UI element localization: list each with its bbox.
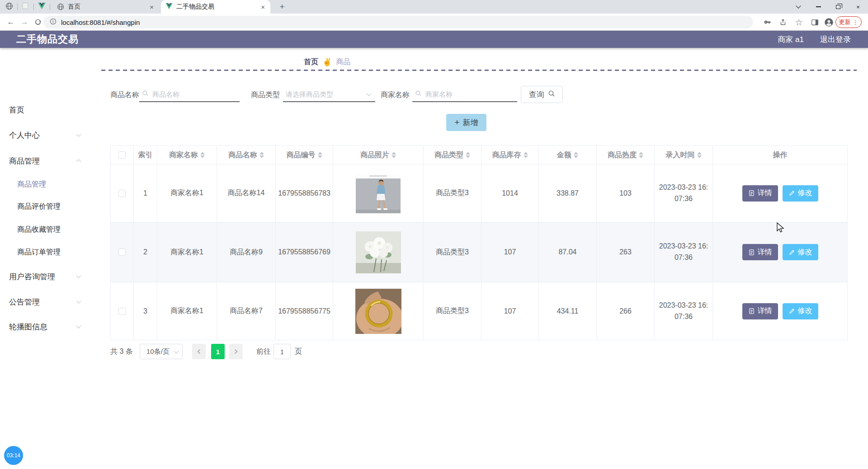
chevron-down-icon — [76, 273, 81, 278]
close-window-button[interactable]: × — [848, 0, 868, 14]
sidebar-subitem-product-order-management[interactable]: 商品订单管理 — [0, 246, 99, 258]
sort-carets-icon[interactable] — [574, 152, 578, 158]
dashed-divider — [101, 70, 857, 71]
header-merchant[interactable]: 商家名称 — [157, 146, 217, 164]
next-page-button[interactable] — [229, 344, 243, 359]
sidebar-subitem-product-review-management[interactable]: 商品评价管理 — [0, 200, 99, 213]
detail-button[interactable]: 详情 — [742, 244, 778, 260]
omnibox[interactable]: localhost:8081/#/shangpin — [43, 16, 753, 28]
sort-carets-icon[interactable] — [466, 152, 470, 158]
logout-link[interactable]: 退出登录 — [820, 34, 851, 45]
tab-search-button[interactable] — [788, 0, 808, 14]
product-type-select[interactable] — [286, 90, 373, 98]
header-heat[interactable]: 商品热度 — [597, 146, 655, 164]
cell-product-code: 1679558856783 — [276, 164, 333, 222]
filter-merchant-field[interactable] — [412, 87, 517, 102]
header-entry-time[interactable]: 录入时间 — [655, 146, 713, 164]
browser-tab-strip: 首页 × 二手物品交易 × + × — [0, 0, 868, 14]
edit-button[interactable]: 修改 — [783, 303, 818, 319]
close-icon[interactable]: × — [260, 4, 266, 10]
cell-heat: 263 — [597, 222, 655, 282]
sort-carets-icon[interactable] — [697, 152, 702, 158]
restore-icon — [836, 5, 840, 9]
minimize-button[interactable] — [808, 0, 828, 14]
edit-button[interactable]: 修改 — [783, 244, 818, 260]
merchant-name-input[interactable] — [425, 90, 514, 98]
cell-index: 2 — [134, 222, 157, 282]
sort-carets-icon[interactable] — [392, 152, 396, 158]
profile-avatar-icon[interactable] — [824, 17, 834, 27]
header-amount[interactable]: 金额 — [539, 146, 597, 164]
new-tab-button[interactable]: + — [277, 1, 288, 12]
close-icon[interactable]: × — [149, 4, 155, 10]
cell-product-type: 商品类型3 — [424, 164, 481, 222]
header-product-photo[interactable]: 商品照片 — [333, 146, 424, 164]
header-select-all[interactable] — [111, 146, 134, 164]
page-size-select[interactable]: 10条/页 — [140, 344, 183, 359]
edit-button[interactable]: 修改 — [783, 185, 818, 202]
side-panel-icon[interactable] — [810, 17, 820, 27]
add-button[interactable]: + 新增 — [446, 114, 486, 131]
share-icon[interactable] — [778, 17, 788, 27]
sort-carets-icon[interactable] — [524, 152, 528, 158]
product-name-input[interactable] — [152, 90, 237, 98]
sort-carets-icon[interactable] — [259, 152, 264, 158]
chevron-right-icon — [234, 349, 238, 354]
search-button[interactable]: 查询 — [521, 86, 563, 103]
cell-entry-time: 2023-03-23 16:07:36 — [659, 241, 708, 263]
sort-carets-icon[interactable] — [200, 152, 205, 158]
product-table: 索引 商家名称 商品名称 商品编号 商品照片 商品类型 商品库存 金额 商品热度… — [110, 145, 848, 340]
sidebar-subitem-product-management[interactable]: 商品管理 — [0, 178, 99, 191]
detail-button[interactable]: 详情 — [742, 303, 778, 319]
header-product-type[interactable]: 商品类型 — [424, 146, 481, 164]
sidebar-item-user-inquiry-management[interactable]: 用户咨询管理 — [0, 270, 99, 283]
cell-product-type: 商品类型3 — [424, 282, 481, 340]
password-key-icon[interactable] — [762, 17, 772, 27]
row-checkbox[interactable] — [118, 249, 126, 256]
header-product-code[interactable]: 商品编号 — [276, 146, 333, 164]
row-checkbox[interactable] — [118, 190, 126, 197]
tab-shangpin-active[interactable]: 二手物品交易 × — [161, 0, 270, 14]
recorder-timer-badge[interactable]: 03:14 — [4, 446, 23, 465]
filter-type-select[interactable] — [283, 87, 375, 102]
pinned-tab-page[interactable] — [20, 2, 31, 12]
pinned-tab-vue[interactable] — [36, 2, 47, 12]
plus-icon: + — [454, 117, 459, 127]
tab-separator — [33, 4, 34, 10]
detail-button[interactable]: 详情 — [742, 185, 778, 202]
header-stock[interactable]: 商品库存 — [481, 146, 539, 164]
sort-carets-icon[interactable] — [318, 152, 322, 158]
sidebar-item-carousel-info[interactable]: 轮播图信息 — [0, 320, 99, 333]
bookmark-star-icon[interactable]: ☆ — [794, 17, 804, 27]
page-unit-label: 页 — [295, 347, 302, 356]
filter-name-field[interactable] — [139, 87, 240, 102]
url-text: localhost:8081/#/shangpin — [61, 19, 140, 26]
sort-carets-icon[interactable] — [639, 152, 643, 158]
breadcrumb-home[interactable]: 首页 — [304, 57, 318, 67]
screen: 首页 × 二手物品交易 × + × ← → localhost:8081/#/s… — [0, 0, 868, 469]
restore-button[interactable] — [828, 0, 848, 14]
back-button[interactable]: ← — [5, 17, 16, 28]
filter-type-label: 商品类型 — [251, 90, 280, 100]
sidebar-item-personal-center[interactable]: 个人中心 — [0, 129, 99, 141]
checkbox[interactable] — [118, 151, 126, 159]
goto-page-input[interactable] — [274, 344, 291, 359]
prev-page-button[interactable] — [192, 344, 206, 359]
row-checkbox[interactable] — [118, 308, 126, 315]
sidebar-item-product-management[interactable]: 商品管理 — [0, 155, 99, 167]
header-product-name[interactable]: 商品名称 — [217, 146, 276, 164]
reload-button[interactable] — [33, 17, 43, 28]
page-number-active[interactable]: 1 — [211, 344, 225, 359]
chevron-down-icon — [174, 348, 179, 353]
chrome-update-button[interactable]: 更新 ⋮ — [835, 16, 862, 28]
sidebar-item-home[interactable]: 首页 — [0, 103, 99, 116]
pinned-tab-globe[interactable] — [4, 2, 14, 12]
forward-button[interactable]: → — [19, 17, 30, 28]
sidebar-subitem-product-favorite-management[interactable]: 商品收藏管理 — [0, 223, 99, 236]
tab-home[interactable]: 首页 × — [52, 0, 159, 14]
chevron-left-icon — [197, 349, 201, 354]
document-icon — [748, 308, 755, 314]
sidebar-item-announcement-management[interactable]: 公告管理 — [0, 295, 99, 308]
table-row: 2 商家名称1 商品名称9 1679558856769 商品类型3 107 87… — [111, 222, 847, 282]
document-icon — [748, 249, 755, 256]
